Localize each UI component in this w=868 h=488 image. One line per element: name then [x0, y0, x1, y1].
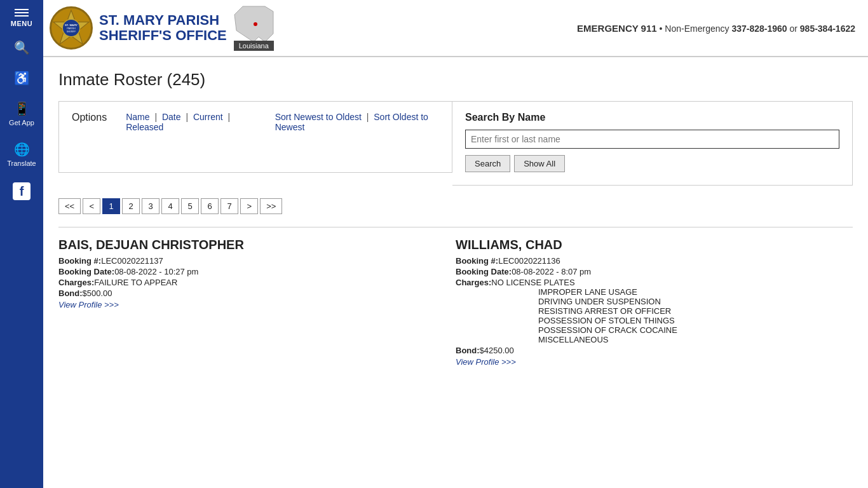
inmate-col: WILLIAMS, CHAD Booking #:LEC0020221136 B… [456, 238, 853, 367]
sep3: | [228, 112, 231, 122]
charge-line: POSSESSION OF STOLEN THINGS [456, 316, 840, 325]
charge-line: IMPROPER LANE USAGE [456, 287, 840, 297]
view-profile-link[interactable]: View Profile >>> [58, 300, 119, 309]
pagination: << < 1 2 3 4 5 6 7 > >> [58, 198, 853, 214]
page-5-btn[interactable]: 5 [181, 198, 199, 214]
view-profile-link[interactable]: View Profile >>> [456, 357, 516, 367]
filter-current-link[interactable]: Current [193, 112, 223, 122]
svg-text:PARISH: PARISH [67, 27, 76, 30]
louisiana-label: Louisiana [239, 42, 269, 50]
sep1: | [154, 112, 159, 122]
louisiana-map: Louisiana [233, 5, 275, 51]
sidebar-item-get-app[interactable]: 📱 Get App [0, 93, 43, 134]
inmate-name: WILLIAMS, CHAD [456, 238, 840, 252]
svg-text:SHERIFF: SHERIFF [67, 30, 76, 33]
svg-text:ST. MARY: ST. MARY [65, 24, 78, 27]
inmate-list: BAIS, DEJUAN CHRISTOPHER Booking #:LEC00… [58, 227, 853, 377]
page-4-btn[interactable]: 4 [161, 198, 179, 214]
inmate-booking-date: Booking Date:08-08-2022 - 8:07 pm [456, 267, 840, 276]
org-line1: ST. MARY PARISH [99, 13, 227, 28]
translate-label: Translate [7, 159, 36, 167]
phone1: 337-828-1960 [731, 24, 787, 34]
louisiana-tab: Louisiana [234, 41, 274, 51]
sheriff-badge: ST. MARY PARISH SHERIFF [50, 6, 93, 50]
phone-icon: 📱 [14, 101, 30, 116]
accessibility-icon: ♿ [14, 71, 30, 86]
filter-links: Name | Date | Current | Released [126, 112, 256, 154]
sidebar-item-translate[interactable]: 🌐 Translate [0, 134, 43, 175]
sidebar-item-facebook[interactable]: f [0, 175, 43, 208]
search-buttons: Search Show All [465, 155, 839, 172]
charge-line: RESISTING ARREST OR OFFICER [456, 306, 840, 316]
emergency-info: EMERGENCY 911 • Non-Emergency 337-828-19… [577, 23, 855, 34]
sidebar: MENU 🔍 ♿ 📱 Get App 🌐 Translate f [0, 0, 43, 488]
inmate-bond: Bond:$4250.00 [456, 346, 840, 355]
svg-point-6 [254, 22, 257, 26]
site-header: ST. MARY PARISH SHERIFF ST. MARY PARISH … [43, 0, 868, 57]
charge-line: DRIVING UNDER SUSPENSION [456, 297, 840, 306]
filter-date-link[interactable]: Date [162, 112, 181, 122]
search-input[interactable] [465, 130, 839, 149]
sidebar-item-accessibility[interactable]: ♿ [0, 63, 43, 93]
inmate-booking-num: Booking #:LEC0020221136 [456, 256, 840, 266]
sort-newest-link[interactable]: Sort Newest to Oldest [275, 112, 362, 122]
inmate-name: BAIS, DEJUAN CHRISTOPHER [58, 238, 443, 252]
page-first-btn[interactable]: << [58, 198, 81, 214]
inmate-booking-date: Booking Date:08-08-2022 - 10:27 pm [58, 267, 443, 276]
filter-name-link[interactable]: Name [126, 112, 149, 122]
options-box: Options Name | Date | Current | Released… [58, 101, 452, 173]
emergency-label: EMERGENCY 911 [577, 23, 657, 34]
org-line2: SHERIFF'S OFFICE [99, 28, 227, 43]
page-content: Inmate Roster (245) Options Name | Date … [43, 57, 868, 488]
sidebar-item-search[interactable]: 🔍 [0, 32, 43, 63]
inmate-charges-field: Charges:FAILURE TO APPEAR [58, 278, 443, 287]
map-svg [233, 5, 275, 43]
charge-line: MISCELLANEOUS [456, 335, 840, 344]
page-3-btn[interactable]: 3 [142, 198, 159, 214]
page-2-btn[interactable]: 2 [122, 198, 140, 214]
facebook-icon: f [13, 182, 31, 200]
page-last-btn[interactable]: >> [260, 198, 282, 214]
charge-line: POSSESSION OF CRACK COCAINE [456, 325, 840, 335]
org-name: ST. MARY PARISH SHERIFF'S OFFICE [99, 13, 227, 43]
page-next-btn[interactable]: > [240, 198, 258, 214]
show-all-button[interactable]: Show All [514, 155, 565, 172]
get-app-label: Get App [9, 119, 34, 126]
options-search-row: Options Name | Date | Current | Released… [58, 101, 853, 186]
inmate-bond: Bond:$500.00 [58, 288, 443, 298]
page-prev-btn[interactable]: < [83, 198, 100, 214]
menu-button[interactable]: MENU [0, 0, 43, 32]
or-text: or [789, 24, 797, 34]
search-icon: 🔍 [14, 40, 30, 55]
inmate-row: BAIS, DEJUAN CHRISTOPHER Booking #:LEC00… [58, 227, 853, 377]
separator: • [660, 24, 663, 34]
menu-label: MENU [11, 20, 32, 27]
globe-icon: 🌐 [14, 142, 30, 157]
main-content: ST. MARY PARISH SHERIFF ST. MARY PARISH … [43, 0, 868, 488]
page-7-btn[interactable]: 7 [220, 198, 238, 214]
search-button[interactable]: Search [465, 155, 510, 172]
inmate-booking-num: Booking #:LEC0020221137 [58, 256, 443, 266]
badge-svg: ST. MARY PARISH SHERIFF [51, 8, 91, 48]
inmate-col: BAIS, DEJUAN CHRISTOPHER Booking #:LEC00… [58, 238, 456, 367]
non-emergency-label: Non-Emergency [665, 24, 729, 34]
search-box: Search By Name Search Show All [452, 101, 853, 186]
page-title: Inmate Roster (245) [58, 70, 853, 90]
filter-released-link[interactable]: Released [126, 122, 163, 132]
sep2: | [186, 112, 191, 122]
page-6-btn[interactable]: 6 [201, 198, 219, 214]
phone2: 985-384-1622 [800, 24, 855, 34]
options-title: Options [72, 112, 107, 153]
hamburger-icon [15, 9, 29, 17]
search-by-name-title: Search By Name [465, 112, 839, 123]
page-1-btn[interactable]: 1 [102, 198, 120, 214]
sep4: | [367, 112, 372, 122]
inmate-charges-field: Charges:NO LICENSE PLATESIMPROPER LANE U… [456, 278, 840, 344]
sort-links: Sort Newest to Oldest | Sort Oldest to N… [275, 112, 439, 159]
